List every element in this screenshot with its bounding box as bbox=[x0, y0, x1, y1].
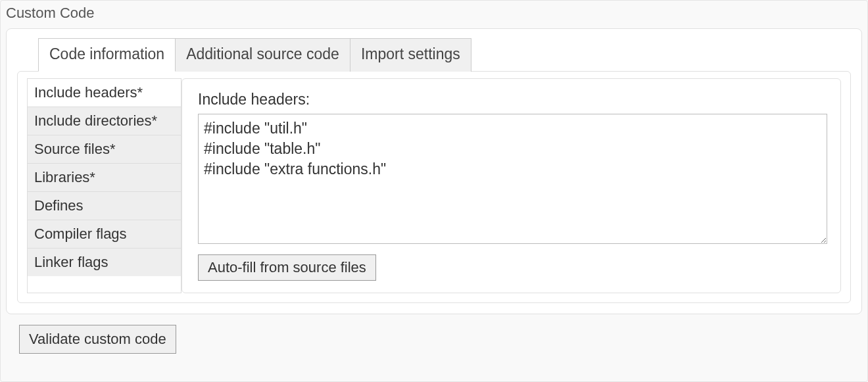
side-item-linker-flags[interactable]: Linker flags bbox=[28, 249, 181, 276]
tab-body: Include headers* Include directories* So… bbox=[17, 71, 851, 303]
side-item-source-files[interactable]: Source files* bbox=[28, 135, 181, 164]
tab-code-information[interactable]: Code information bbox=[38, 38, 176, 72]
tab-import-settings[interactable]: Import settings bbox=[350, 38, 471, 72]
include-headers-textarea[interactable]: #include "util.h" #include "table.h" #in… bbox=[198, 114, 827, 244]
side-item-include-headers[interactable]: Include headers* bbox=[28, 79, 181, 107]
tab-additional-source-code[interactable]: Additional source code bbox=[175, 38, 350, 72]
validate-custom-code-button[interactable]: Validate custom code bbox=[19, 325, 176, 354]
side-item-compiler-flags[interactable]: Compiler flags bbox=[28, 220, 181, 249]
side-list: Include headers* Include directories* So… bbox=[27, 78, 181, 293]
autofill-button[interactable]: Auto-fill from source files bbox=[198, 254, 376, 281]
panel-title: Custom Code bbox=[1, 1, 867, 28]
tabs-container: Code information Additional source code … bbox=[6, 28, 862, 314]
side-item-defines[interactable]: Defines bbox=[28, 192, 181, 220]
detail-label: Include headers: bbox=[198, 91, 827, 108]
custom-code-panel: Custom Code Code information Additional … bbox=[0, 0, 868, 382]
detail-pane: Include headers: #include "util.h" #incl… bbox=[181, 78, 841, 293]
side-item-include-directories[interactable]: Include directories* bbox=[28, 107, 181, 135]
tabs-bar: Code information Additional source code … bbox=[7, 29, 861, 72]
side-item-libraries[interactable]: Libraries* bbox=[28, 164, 181, 192]
